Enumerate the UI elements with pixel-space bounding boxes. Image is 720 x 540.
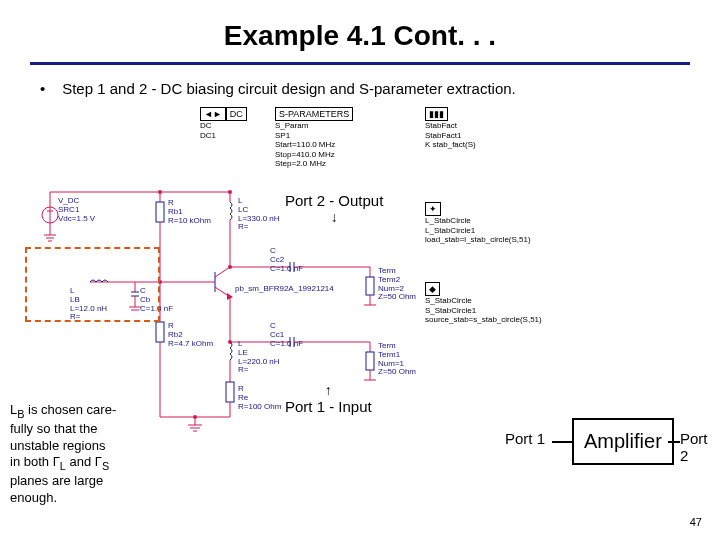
svg-rect-50 <box>366 352 374 370</box>
amp-line-right <box>668 441 680 443</box>
svg-rect-34 <box>366 277 374 295</box>
label-term1: TermTerm1Num=1Z=50 Ohm <box>378 342 416 377</box>
sim-stabfact: ▮▮▮ StabFact StabFact1 K stab_fact(S) <box>425 107 476 150</box>
label-cc1: CCc1C=1.0 nF <box>270 322 303 348</box>
schematic-diagram: ◄►DC DC DC1 S-PARAMETERS S_Param SP1 Sta… <box>30 107 690 437</box>
amplifier-box: Amplifier <box>572 418 674 465</box>
bullet-marker: • <box>40 80 58 97</box>
amp-port1-label: Port 1 <box>505 430 545 447</box>
label-lc: LLCL=330.0 nHR= <box>238 197 280 232</box>
label-cc2: CCc2C=1.0 nF <box>270 247 303 273</box>
svg-line-25 <box>215 267 230 277</box>
label-bjt: pb_sm_BFR92A_19921214 <box>235 285 334 294</box>
page-number: 47 <box>690 516 702 528</box>
amp-line-left <box>552 441 572 443</box>
port1-input-label: ↑ Port 1 - Input <box>285 382 372 415</box>
highlight-box-lb <box>25 247 160 322</box>
note-lb: LB is chosen care- fully so that the uns… <box>10 402 150 507</box>
bullet-step: • Step 1 and 2 - DC biasing circuit desi… <box>40 80 680 97</box>
label-rb2: RRb2R=4.7 kOhm <box>168 322 213 348</box>
label-vdc: V_DCSRC1Vdc=1.5 V <box>58 197 95 223</box>
arrow-down-icon: ↓ <box>285 209 383 225</box>
svg-rect-38 <box>156 322 164 342</box>
bullet-text: Step 1 and 2 - DC biasing circuit design… <box>62 80 516 97</box>
sim-sscircle: ◆ S_StabCircle S_StabCircle1 source_stab… <box>425 282 542 325</box>
arrow-up-icon: ↑ <box>285 382 372 398</box>
label-term2: TermTerm2Num=2Z=50 Ohm <box>378 267 416 302</box>
page-title: Example 4.1 Cont. . . <box>0 20 720 52</box>
sim-lscircle: ✦ L_StabCircle L_StabCircle1 load_stab=l… <box>425 202 531 245</box>
svg-rect-11 <box>156 202 164 222</box>
port2-output-label: Port 2 - Output ↓ <box>285 192 383 225</box>
amp-port2-label: Port 2 <box>680 430 720 464</box>
horizontal-rule <box>30 62 690 65</box>
label-re: RReR=100 Ohm <box>238 385 281 411</box>
svg-rect-43 <box>226 382 234 402</box>
label-rb1: RRb1R=10 kOhm <box>168 199 211 225</box>
